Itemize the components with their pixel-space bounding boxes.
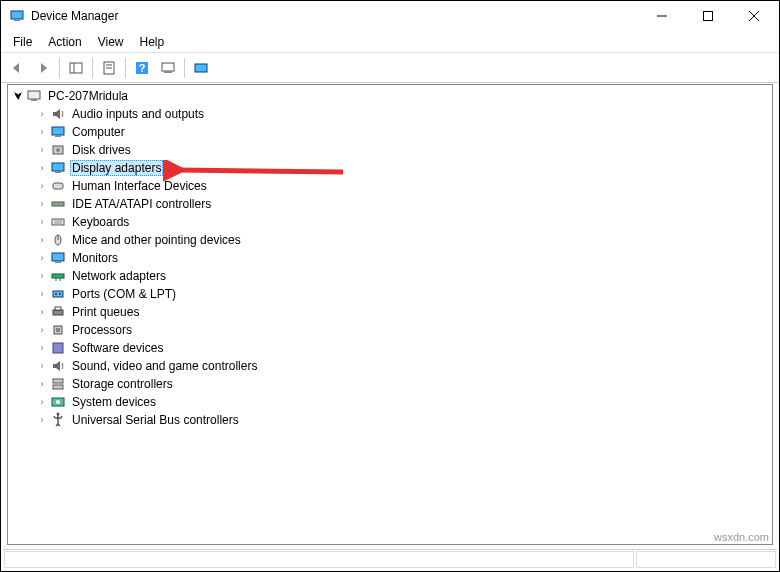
tree-node[interactable]: ›Monitors bbox=[8, 249, 772, 267]
menu-action[interactable]: Action bbox=[40, 33, 89, 51]
svg-rect-19 bbox=[55, 135, 61, 137]
expand-arrow-icon[interactable]: › bbox=[36, 252, 48, 264]
tree-node-label: Keyboards bbox=[70, 215, 131, 229]
tree-node[interactable]: ›IDE ATA/ATAPI controllers bbox=[8, 195, 772, 213]
tree-node[interactable]: ›Computer bbox=[8, 123, 772, 141]
tree-node-label: Processors bbox=[70, 323, 134, 337]
tree-node[interactable]: ›Network adapters bbox=[8, 267, 772, 285]
svg-rect-45 bbox=[53, 385, 63, 389]
tree-node-label: Ports (COM & LPT) bbox=[70, 287, 178, 301]
speaker-icon bbox=[50, 106, 66, 122]
tree-node[interactable]: ›System devices bbox=[8, 393, 772, 411]
svg-rect-14 bbox=[164, 71, 172, 73]
hid-icon bbox=[50, 178, 66, 194]
usb-icon bbox=[50, 412, 66, 428]
tree-node-label: Sound, video and game controllers bbox=[70, 359, 259, 373]
expand-arrow-icon[interactable]: › bbox=[36, 180, 48, 192]
properties-button[interactable] bbox=[97, 56, 121, 80]
tree-node-label: Universal Serial Bus controllers bbox=[70, 413, 241, 427]
tree-node[interactable]: ›Universal Serial Bus controllers bbox=[8, 411, 772, 429]
expand-arrow-icon[interactable]: › bbox=[36, 216, 48, 228]
tree-node-label: Display adapters bbox=[70, 160, 163, 176]
close-button[interactable] bbox=[731, 1, 777, 31]
tree-node[interactable]: ›Ports (COM & LPT) bbox=[8, 285, 772, 303]
tree-node-label: System devices bbox=[70, 395, 158, 409]
expand-arrow-icon[interactable]: › bbox=[36, 378, 48, 390]
expand-arrow-icon[interactable]: › bbox=[36, 306, 48, 318]
svg-rect-23 bbox=[55, 171, 61, 173]
tree-node[interactable]: ›Human Interface Devices bbox=[8, 177, 772, 195]
menubar: File Action View Help bbox=[1, 31, 779, 53]
svg-rect-17 bbox=[31, 99, 37, 101]
tree-node[interactable]: ›Keyboards bbox=[8, 213, 772, 231]
menu-help[interactable]: Help bbox=[132, 33, 173, 51]
toolbar: ? bbox=[1, 53, 779, 83]
svg-rect-42 bbox=[56, 328, 60, 332]
expand-arrow-icon[interactable]: › bbox=[36, 108, 48, 120]
monitor-icon bbox=[50, 250, 66, 266]
tree-node[interactable]: ›Audio inputs and outputs bbox=[8, 105, 772, 123]
mouse-icon bbox=[50, 232, 66, 248]
svg-rect-15 bbox=[195, 64, 207, 72]
expand-arrow-icon[interactable]: › bbox=[36, 360, 48, 372]
tree-node[interactable]: ›Processors bbox=[8, 321, 772, 339]
expand-arrow-icon[interactable]: › bbox=[36, 288, 48, 300]
tree-node[interactable]: ›Storage controllers bbox=[8, 375, 772, 393]
tree-node[interactable]: ›Disk drives bbox=[8, 141, 772, 159]
expand-arrow-icon[interactable]: › bbox=[36, 126, 48, 138]
monitor-icon bbox=[50, 124, 66, 140]
svg-rect-0 bbox=[11, 11, 23, 19]
ide-icon bbox=[50, 196, 66, 212]
tree-node-label: Monitors bbox=[70, 251, 120, 265]
tree-root-node[interactable]: ⮟ PC-207Mridula bbox=[8, 87, 772, 105]
expand-arrow-icon[interactable]: › bbox=[36, 324, 48, 336]
svg-rect-3 bbox=[704, 12, 713, 21]
menu-view[interactable]: View bbox=[90, 33, 132, 51]
expand-arrow-icon[interactable]: › bbox=[36, 234, 48, 246]
expand-arrow-icon[interactable]: › bbox=[36, 198, 48, 210]
svg-rect-24 bbox=[53, 183, 63, 189]
forward-button[interactable] bbox=[31, 56, 55, 80]
tree-node[interactable]: ›Print queues bbox=[8, 303, 772, 321]
svg-rect-43 bbox=[53, 343, 63, 353]
device-tree[interactable]: ⮟ PC-207Mridula ›Audio inputs and output… bbox=[7, 84, 773, 545]
maximize-button[interactable] bbox=[685, 1, 731, 31]
tree-node[interactable]: ›Display adapters bbox=[8, 159, 772, 177]
svg-rect-36 bbox=[53, 291, 63, 297]
expand-arrow-icon[interactable]: › bbox=[36, 396, 48, 408]
tree-node[interactable]: ›Sound, video and game controllers bbox=[8, 357, 772, 375]
toolbar-separator bbox=[184, 58, 185, 78]
titlebar: Device Manager bbox=[1, 1, 779, 31]
tree-node[interactable]: ›Mice and other pointing devices bbox=[8, 231, 772, 249]
tree-node-label: Storage controllers bbox=[70, 377, 175, 391]
expand-arrow-icon[interactable]: › bbox=[36, 270, 48, 282]
show-hide-tree-button[interactable] bbox=[64, 56, 88, 80]
status-segment-main bbox=[4, 551, 634, 568]
tree-node-label: IDE ATA/ATAPI controllers bbox=[70, 197, 213, 211]
statusbar bbox=[3, 549, 777, 569]
svg-point-38 bbox=[59, 293, 61, 295]
window-controls bbox=[639, 1, 777, 31]
expand-arrow-icon[interactable]: › bbox=[36, 414, 48, 426]
tree-node-label: Disk drives bbox=[70, 143, 133, 157]
tree-node-label: Mice and other pointing devices bbox=[70, 233, 243, 247]
back-button[interactable] bbox=[5, 56, 29, 80]
help-button[interactable]: ? bbox=[130, 56, 154, 80]
svg-rect-25 bbox=[52, 202, 64, 206]
tree-node[interactable]: ›Software devices bbox=[8, 339, 772, 357]
expand-arrow-icon[interactable]: › bbox=[36, 162, 48, 174]
tree-node-label: Network adapters bbox=[70, 269, 168, 283]
scan-hardware-button[interactable] bbox=[156, 56, 180, 80]
expand-arrow-icon[interactable]: › bbox=[36, 144, 48, 156]
expand-arrow-icon[interactable]: ⮟ bbox=[12, 90, 24, 102]
minimize-button[interactable] bbox=[639, 1, 685, 31]
tree-node-label: Audio inputs and outputs bbox=[70, 107, 206, 121]
tree-node-label: Software devices bbox=[70, 341, 165, 355]
menu-file[interactable]: File bbox=[5, 33, 40, 51]
storage-icon bbox=[50, 376, 66, 392]
svg-rect-32 bbox=[55, 261, 61, 263]
view-devices-button[interactable] bbox=[189, 56, 213, 80]
svg-rect-39 bbox=[53, 310, 63, 315]
svg-rect-31 bbox=[52, 253, 64, 261]
expand-arrow-icon[interactable]: › bbox=[36, 342, 48, 354]
